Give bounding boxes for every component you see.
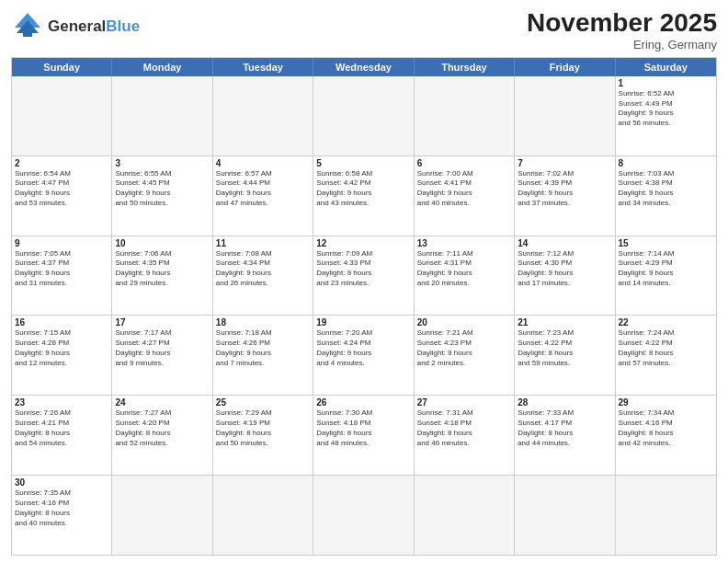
day-info: Sunrise: 7:21 AM Sunset: 4:23 PM Dayligh… xyxy=(417,328,511,368)
calendar-cell xyxy=(313,476,414,555)
calendar-cell: 2Sunrise: 6:54 AM Sunset: 4:47 PM Daylig… xyxy=(12,156,112,236)
day-info: Sunrise: 7:26 AM Sunset: 4:21 PM Dayligh… xyxy=(15,408,108,448)
calendar-cell: 21Sunrise: 7:23 AM Sunset: 4:22 PM Dayli… xyxy=(515,316,615,395)
day-info: Sunrise: 7:20 AM Sunset: 4:24 PM Dayligh… xyxy=(316,328,410,368)
weekday-header-friday: Friday xyxy=(515,58,615,76)
calendar-cell xyxy=(112,76,212,155)
day-info: Sunrise: 7:23 AM Sunset: 4:22 PM Dayligh… xyxy=(518,328,611,368)
day-info: Sunrise: 7:30 AM Sunset: 4:18 PM Dayligh… xyxy=(316,408,410,448)
month-title: November 2025 xyxy=(527,9,717,38)
calendar-cell: 3Sunrise: 6:55 AM Sunset: 4:45 PM Daylig… xyxy=(112,156,212,236)
day-info: Sunrise: 6:58 AM Sunset: 4:42 PM Dayligh… xyxy=(316,169,410,209)
day-number: 21 xyxy=(518,317,611,327)
day-number: 28 xyxy=(518,397,611,408)
calendar-row-3: 9Sunrise: 7:05 AM Sunset: 4:37 PM Daylig… xyxy=(12,236,716,316)
calendar-cell: 25Sunrise: 7:29 AM Sunset: 4:19 PM Dayli… xyxy=(213,396,313,475)
calendar-cell xyxy=(12,76,112,155)
logo-text: GeneralBlue xyxy=(48,18,140,34)
calendar-cell: 7Sunrise: 7:02 AM Sunset: 4:39 PM Daylig… xyxy=(515,156,615,236)
day-number: 8 xyxy=(619,158,713,168)
calendar-row-4: 16Sunrise: 7:15 AM Sunset: 4:28 PM Dayli… xyxy=(12,315,716,395)
day-number: 12 xyxy=(316,238,410,248)
calendar-cell: 15Sunrise: 7:14 AM Sunset: 4:29 PM Dayli… xyxy=(616,236,716,316)
day-number: 23 xyxy=(15,397,108,408)
day-number: 9 xyxy=(15,238,108,248)
day-number: 29 xyxy=(619,397,713,408)
calendar-cell: 18Sunrise: 7:18 AM Sunset: 4:26 PM Dayli… xyxy=(213,316,313,395)
title-block: November 2025 Ering, Germany xyxy=(527,9,717,52)
weekday-header-saturday: Saturday xyxy=(616,58,716,76)
day-number: 7 xyxy=(518,158,611,168)
calendar: SundayMondayTuesdayWednesdayThursdayFrid… xyxy=(11,57,717,556)
day-info: Sunrise: 7:33 AM Sunset: 4:17 PM Dayligh… xyxy=(518,408,611,448)
weekday-header-tuesday: Tuesday xyxy=(213,58,313,76)
calendar-cell: 4Sunrise: 6:57 AM Sunset: 4:44 PM Daylig… xyxy=(213,156,313,236)
day-number: 24 xyxy=(115,397,209,408)
day-number: 22 xyxy=(619,317,713,327)
calendar-row-2: 2Sunrise: 6:54 AM Sunset: 4:47 PM Daylig… xyxy=(12,155,716,236)
day-number: 26 xyxy=(316,397,410,408)
calendar-body: 1Sunrise: 6:52 AM Sunset: 4:49 PM Daylig… xyxy=(12,76,716,555)
day-info: Sunrise: 7:14 AM Sunset: 4:29 PM Dayligh… xyxy=(619,249,713,289)
calendar-cell: 10Sunrise: 7:06 AM Sunset: 4:35 PM Dayli… xyxy=(112,236,212,316)
day-info: Sunrise: 7:08 AM Sunset: 4:34 PM Dayligh… xyxy=(216,249,310,289)
day-info: Sunrise: 7:11 AM Sunset: 4:31 PM Dayligh… xyxy=(417,249,511,289)
day-info: Sunrise: 7:15 AM Sunset: 4:28 PM Dayligh… xyxy=(15,328,108,368)
calendar-cell: 16Sunrise: 7:15 AM Sunset: 4:28 PM Dayli… xyxy=(12,316,112,395)
weekday-header-monday: Monday xyxy=(112,58,212,76)
calendar-cell: 29Sunrise: 7:34 AM Sunset: 4:16 PM Dayli… xyxy=(616,396,716,475)
calendar-row-5: 23Sunrise: 7:26 AM Sunset: 4:21 PM Dayli… xyxy=(12,395,716,475)
calendar-cell xyxy=(313,76,414,155)
day-number: 14 xyxy=(518,238,611,248)
day-number: 1 xyxy=(619,78,713,88)
day-number: 20 xyxy=(417,317,511,327)
day-info: Sunrise: 7:06 AM Sunset: 4:35 PM Dayligh… xyxy=(115,249,209,289)
calendar-cell: 19Sunrise: 7:20 AM Sunset: 4:24 PM Dayli… xyxy=(313,316,414,395)
day-number: 5 xyxy=(316,158,410,168)
calendar-cell: 28Sunrise: 7:33 AM Sunset: 4:17 PM Dayli… xyxy=(515,396,615,475)
day-info: Sunrise: 7:35 AM Sunset: 4:16 PM Dayligh… xyxy=(15,488,108,528)
day-number: 4 xyxy=(216,158,310,168)
calendar-cell xyxy=(515,476,615,555)
day-number: 15 xyxy=(619,238,713,248)
day-info: Sunrise: 7:17 AM Sunset: 4:27 PM Dayligh… xyxy=(115,328,209,368)
day-info: Sunrise: 7:09 AM Sunset: 4:33 PM Dayligh… xyxy=(316,249,410,289)
calendar-cell xyxy=(213,476,313,555)
calendar-cell: 12Sunrise: 7:09 AM Sunset: 4:33 PM Dayli… xyxy=(313,236,414,316)
calendar-cell: 11Sunrise: 7:08 AM Sunset: 4:34 PM Dayli… xyxy=(213,236,313,316)
day-number: 19 xyxy=(316,317,410,327)
day-number: 10 xyxy=(115,238,209,248)
day-number: 11 xyxy=(216,238,310,248)
day-info: Sunrise: 6:54 AM Sunset: 4:47 PM Dayligh… xyxy=(15,169,108,209)
calendar-cell: 1Sunrise: 6:52 AM Sunset: 4:49 PM Daylig… xyxy=(616,76,716,155)
day-number: 16 xyxy=(15,317,108,327)
calendar-cell: 20Sunrise: 7:21 AM Sunset: 4:23 PM Dayli… xyxy=(415,316,515,395)
calendar-cell xyxy=(515,76,615,155)
day-info: Sunrise: 7:18 AM Sunset: 4:26 PM Dayligh… xyxy=(216,328,310,368)
calendar-cell: 5Sunrise: 6:58 AM Sunset: 4:42 PM Daylig… xyxy=(313,156,414,236)
svg-rect-3 xyxy=(23,28,32,37)
calendar-cell: 17Sunrise: 7:17 AM Sunset: 4:27 PM Dayli… xyxy=(112,316,212,395)
page: GeneralBlue November 2025 Ering, Germany… xyxy=(0,0,728,563)
calendar-cell xyxy=(112,476,212,555)
calendar-cell: 27Sunrise: 7:31 AM Sunset: 4:18 PM Dayli… xyxy=(415,396,515,475)
calendar-row-6: 30Sunrise: 7:35 AM Sunset: 4:16 PM Dayli… xyxy=(12,475,716,555)
day-number: 30 xyxy=(15,477,108,488)
day-number: 17 xyxy=(115,317,209,327)
day-info: Sunrise: 7:27 AM Sunset: 4:20 PM Dayligh… xyxy=(115,408,209,448)
day-number: 13 xyxy=(417,238,511,248)
calendar-cell: 8Sunrise: 7:03 AM Sunset: 4:38 PM Daylig… xyxy=(616,156,716,236)
calendar-row-1: 1Sunrise: 6:52 AM Sunset: 4:49 PM Daylig… xyxy=(12,76,716,155)
day-info: Sunrise: 6:57 AM Sunset: 4:44 PM Dayligh… xyxy=(216,169,310,209)
day-info: Sunrise: 7:00 AM Sunset: 4:41 PM Dayligh… xyxy=(417,169,511,209)
weekday-header-wednesday: Wednesday xyxy=(313,58,414,76)
calendar-cell: 23Sunrise: 7:26 AM Sunset: 4:21 PM Dayli… xyxy=(12,396,112,475)
day-number: 3 xyxy=(115,158,209,168)
calendar-cell: 13Sunrise: 7:11 AM Sunset: 4:31 PM Dayli… xyxy=(415,236,515,316)
calendar-cell: 24Sunrise: 7:27 AM Sunset: 4:20 PM Dayli… xyxy=(112,396,212,475)
day-info: Sunrise: 7:03 AM Sunset: 4:38 PM Dayligh… xyxy=(619,169,713,209)
calendar-cell: 9Sunrise: 7:05 AM Sunset: 4:37 PM Daylig… xyxy=(12,236,112,316)
calendar-cell xyxy=(213,76,313,155)
day-number: 6 xyxy=(417,158,511,168)
calendar-cell: 22Sunrise: 7:24 AM Sunset: 4:22 PM Dayli… xyxy=(616,316,716,395)
